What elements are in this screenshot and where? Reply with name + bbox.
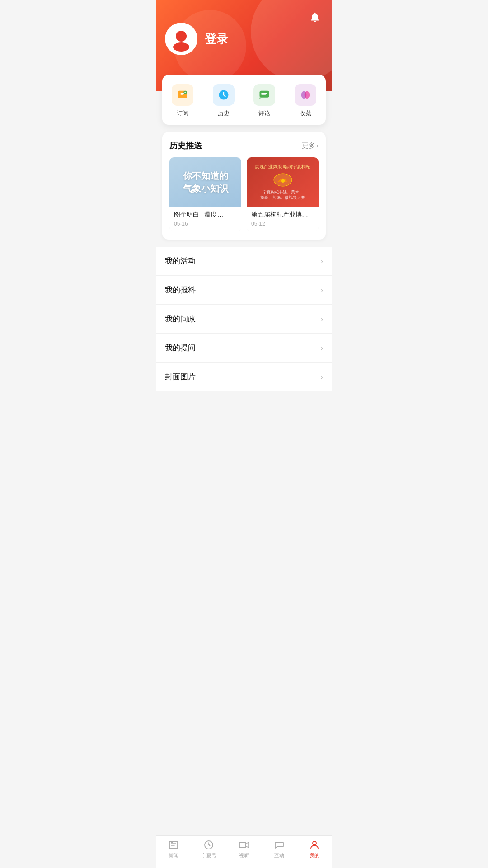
- chevron-report-icon: ›: [321, 286, 323, 294]
- news-date-2: 05-12: [251, 221, 314, 227]
- nav-item-mine[interactable]: 我的: [297, 840, 332, 859]
- svg-rect-5: [260, 91, 269, 98]
- menu-label-report: 我的报料: [165, 285, 196, 295]
- quick-item-history[interactable]: 历史: [203, 84, 244, 118]
- menu-list: 我的活动 › 我的报料 › 我的问政 › 我的提问 › 封面图片 ›: [156, 247, 332, 391]
- chevron-activity-icon: ›: [321, 257, 323, 265]
- ningxia-nav-icon: N: [203, 840, 214, 850]
- menu-label-cover-image: 封面图片: [165, 372, 196, 382]
- news-date-1: 05-16: [174, 221, 237, 227]
- collect-icon: [299, 89, 312, 101]
- svg-rect-14: [239, 842, 246, 848]
- notification-bell-button[interactable]: [307, 9, 323, 25]
- collect-label: 收藏: [300, 109, 311, 118]
- quick-actions-card: 订阅 历史 评论: [162, 75, 326, 125]
- video-nav-icon: [239, 840, 249, 850]
- svg-text:N: N: [207, 843, 210, 846]
- quick-item-subscribe[interactable]: 订阅: [162, 84, 203, 118]
- mine-nav-label: 我的: [310, 852, 319, 859]
- news-thumb2-top: 展现产业风采 唱响宁夏枸杞: [255, 164, 310, 170]
- history-label: 历史: [218, 109, 230, 118]
- section-header: 历史推送 更多 ›: [169, 140, 319, 151]
- more-text: 更多: [302, 142, 315, 150]
- history-section-card: 历史推送 更多 › 你不知道的气象小知识 图个明白 | 温度… 05-16: [162, 132, 326, 240]
- section-title: 历史推送: [169, 140, 202, 151]
- news-card-2[interactable]: 展现产业风采 唱响宁夏枸杞 宁夏枸杞书法、美术、摄影、剪纸、微视频大赛 第五届枸…: [247, 157, 319, 231]
- comment-icon: [258, 89, 271, 101]
- history-icon: [217, 89, 230, 101]
- news-title-2: 第五届枸杞产业博…: [251, 211, 314, 219]
- quick-item-collect[interactable]: 收藏: [285, 84, 326, 118]
- menu-item-activity[interactable]: 我的活动 ›: [156, 247, 332, 276]
- bell-icon: [309, 11, 321, 23]
- news-nav-label: 新闻: [169, 852, 178, 859]
- news-info-1: 图个明白 | 温度… 05-16: [169, 207, 241, 231]
- news-thumb-2: 展现产业风采 唱响宁夏枸杞 宁夏枸杞书法、美术、摄影、剪纸、微视频大赛: [247, 157, 319, 207]
- comment-label: 评论: [258, 109, 270, 118]
- svg-rect-10: [169, 841, 178, 849]
- emblem-icon: [272, 172, 294, 188]
- comment-icon-bg: [253, 84, 275, 106]
- nav-item-interact[interactable]: 互动: [262, 840, 297, 859]
- chevron-cover-icon: ›: [321, 373, 323, 381]
- avatar: [165, 23, 197, 55]
- chevron-question-icon: ›: [321, 344, 323, 352]
- news-info-2: 第五届枸杞产业博… 05-12: [247, 207, 319, 231]
- collect-icon-bg: [295, 84, 316, 106]
- ningxia-nav-label: 宁夏号: [202, 852, 216, 859]
- menu-item-report[interactable]: 我的报料 ›: [156, 276, 332, 305]
- nav-item-video[interactable]: 视听: [226, 840, 262, 859]
- svg-rect-11: [171, 842, 173, 843]
- news-thumb-1: 你不知道的气象小知识: [169, 157, 241, 207]
- nav-item-news[interactable]: 新闻: [156, 840, 191, 859]
- video-nav-label: 视听: [239, 852, 249, 859]
- svg-point-15: [313, 841, 316, 845]
- news-nav-icon: [168, 840, 179, 850]
- news-thumb2-bottom: 宁夏枸杞书法、美术、摄影、剪纸、微视频大赛: [260, 190, 305, 200]
- nav-item-ningxia[interactable]: N 宁夏号: [191, 840, 226, 859]
- news-thumb-text-1: 你不知道的气象小知识: [179, 166, 232, 198]
- subscribe-label: 订阅: [177, 109, 188, 118]
- avatar-icon: [169, 26, 194, 52]
- history-icon-bg: [213, 84, 235, 106]
- menu-item-question[interactable]: 我的提问 ›: [156, 334, 332, 363]
- menu-label-activity: 我的活动: [165, 256, 196, 266]
- interact-nav-label: 互动: [274, 852, 284, 859]
- menu-item-question-gov[interactable]: 我的问政 ›: [156, 305, 332, 334]
- subscribe-icon-bg: [172, 84, 193, 106]
- news-card-1[interactable]: 你不知道的气象小知识 图个明白 | 温度… 05-16: [169, 157, 241, 231]
- svg-point-0: [176, 31, 187, 42]
- mine-nav-icon: [309, 840, 320, 850]
- subscribe-icon: [176, 89, 189, 101]
- chevron-question-gov-icon: ›: [321, 315, 323, 323]
- interact-nav-icon: [274, 840, 285, 850]
- menu-label-question: 我的提问: [165, 343, 196, 353]
- svg-point-7: [304, 91, 310, 99]
- menu-item-cover-image[interactable]: 封面图片 ›: [156, 363, 332, 391]
- profile-row[interactable]: 登录: [165, 23, 323, 55]
- chevron-right-icon: ›: [316, 142, 319, 149]
- news-title-1: 图个明白 | 温度…: [174, 211, 237, 219]
- svg-point-9: [281, 179, 285, 183]
- menu-label-question-gov: 我的问政: [165, 314, 196, 324]
- more-button[interactable]: 更多 ›: [302, 142, 319, 150]
- svg-point-1: [173, 42, 189, 52]
- login-label[interactable]: 登录: [205, 31, 228, 47]
- bottom-navigation: 新闻 N 宁夏号 视听 互动 我的: [156, 835, 332, 868]
- quick-item-comment[interactable]: 评论: [244, 84, 285, 118]
- news-grid: 你不知道的气象小知识 图个明白 | 温度… 05-16 展现产业风采 唱响宁夏枸…: [169, 157, 319, 231]
